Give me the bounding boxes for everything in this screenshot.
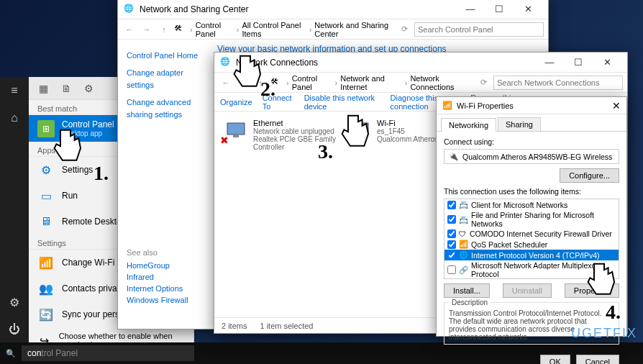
back-button[interactable]: ← [122,25,137,34]
close-button[interactable]: ✕ [514,1,542,18]
items-listbox[interactable]: 📇Client for Microsoft Networks 📇File and… [444,199,619,279]
network-icon: 🌐 [124,4,135,15]
minimize-button[interactable]: — [535,54,564,71]
forward-button[interactable]: → [140,25,154,34]
organize-menu[interactable]: Organize [220,98,252,106]
result-title: Control Panel [62,119,114,129]
tab-networking[interactable]: Networking [441,118,496,132]
up-button[interactable]: ↑ [157,25,171,34]
step-label-4: 4. [606,301,621,324]
dialog-title: Wi-Fi Properties [452,101,514,110]
window-title: Network and Sharing Center [135,4,456,14]
search-input[interactable] [493,76,623,90]
power-icon[interactable]: ⏻ [0,316,29,343]
ok-button[interactable]: OK [540,355,570,364]
tabs: Networking Sharing [437,114,626,132]
start-menu-rail: ≡ ⌂ ⚙ ⏻ [0,77,29,343]
adapter-name: Qualcomm Atheros AR9485WB-EG Wireless Ne… [462,153,614,161]
network-icon: 🌐 [220,57,232,68]
adapter-field: 🔌 Qualcomm Atheros AR9485WB-EG Wireless … [444,149,619,164]
dialog-titlebar[interactable]: 📶 Wi-Fi Properties ✕ [437,97,626,114]
link-windows-firewall[interactable]: Windows Firewall [127,296,188,304]
link-infrared[interactable]: Infrared [127,273,188,281]
svg-rect-0 [227,123,245,135]
tab-sharing[interactable]: Sharing [498,117,541,131]
control-panel-icon: ⊞ [37,120,55,137]
watermark: UGETFIX [571,326,637,341]
control-panel-icon: 🛠 [174,24,186,35]
breadcrumb[interactable]: ›Control Panel ›Network and Internet ›Ne… [285,74,473,91]
gear-icon[interactable]: ⚙ [0,288,29,316]
refresh-button[interactable]: ⟳ [397,24,411,34]
wifi-icon: 📶 [37,254,55,271]
ethernet-icon: ✖ [224,119,247,142]
step-label-1: 1. [94,162,109,185]
svg-rect-2 [351,123,368,135]
link-cp-home[interactable]: Control Panel Home [127,50,211,63]
address-bar: ← → ↑ 🛠 ›Control Panel ›All Control Pane… [118,19,548,40]
refresh-button[interactable]: ⟳ [476,78,491,87]
settings-icon: ⚙ [37,161,55,178]
forward-button[interactable]: → [236,78,250,87]
properties-button[interactable]: Properties [565,283,619,298]
gear-icon[interactable]: ⚙ [84,83,94,94]
item-client-msnet[interactable]: 📇Client for Microsoft Networks [444,199,619,210]
install-button[interactable]: Install... [444,283,490,298]
connection-status: Network cable unplugged [253,127,347,135]
maximize-button[interactable]: ☐ [485,1,514,18]
document-icon[interactable]: 🗎 [61,83,71,94]
titlebar[interactable]: 🌐 Network and Sharing Center — ☐ ✕ [118,0,548,19]
window-title: Network Connections [232,58,535,68]
item-count: 2 items [222,322,247,330]
titlebar[interactable]: 🌐 Network Connections — ☐ ✕ [214,53,627,73]
link-change-adapter[interactable]: Change adapter settings [127,67,211,92]
run-icon: ▭ [37,187,55,204]
link-homegroup[interactable]: HomeGroup [127,261,188,270]
cancel-button[interactable]: Cancel [576,355,619,364]
item-file-printer-sharing[interactable]: 📇File and Printer Sharing for Microsoft … [444,210,619,229]
connect-using-label: Connect using: [444,137,619,146]
see-also-section: See also HomeGroup Infrared Internet Opt… [127,248,188,307]
item-qos[interactable]: 📶QoS Packet Scheduler [444,239,619,250]
see-also-header: See also [127,248,188,257]
grid-icon[interactable]: ▦ [39,83,48,94]
home-icon[interactable]: ⌂ [0,104,29,132]
step-label-2: 2. [260,78,275,101]
link-advanced-sharing[interactable]: Change advanced sharing settings [127,96,211,122]
uninstall-button: Uninstall [503,283,552,298]
back-button[interactable]: ← [219,78,233,87]
item-ipv4[interactable]: 🌐Internet Protocol Version 4 (TCP/IPv4) [444,250,619,260]
item-comodo-firewall[interactable]: 🛡COMODO Internet Security Firewall Drive… [444,229,619,239]
hamburger-icon[interactable]: ≡ [0,77,29,104]
close-button[interactable]: ✕ [612,100,621,112]
minimize-button[interactable]: — [456,1,485,18]
sidebar-links: Control Panel Home Change adapter settin… [127,50,211,126]
contacts-icon: 👥 [37,280,55,297]
wifi-icon: 📶 [442,101,452,110]
adapter-icon: 🔌 [449,152,458,161]
search-icon: 🔍 [6,349,16,358]
breadcrumb[interactable]: ›Control Panel ›All Control Panel Items … [188,21,394,38]
item-multiplexor[interactable]: 🔗Microsoft Network Adapter Multiplexor P… [444,260,619,279]
items-label: This connection uses the following items… [444,187,619,196]
step-label-3: 3. [318,140,333,163]
description-label: Description [449,299,491,306]
wifi-properties-dialog: 📶 Wi-Fi Properties ✕ Networking Sharing … [436,96,627,337]
maximize-button[interactable]: ☐ [564,54,593,71]
address-bar: ← → ↑ 🛠 ›Control Panel ›Network and Inte… [214,73,627,93]
disable-device-button[interactable]: Disable this network device [304,94,380,111]
taskbar-search-input[interactable]: control Panel [22,345,194,361]
selected-count: 1 item selected [260,322,313,330]
configure-button[interactable]: Configure... [560,168,619,183]
remote-desktop-icon: 🖥 [37,213,55,230]
search-input[interactable] [414,22,544,37]
close-button[interactable]: ✕ [593,54,621,71]
sync-icon: 🔄 [37,306,55,323]
link-internet-options[interactable]: Internet Options [127,284,188,293]
wifi-adapter-icon [348,119,371,142]
connection-name: Ethernet [253,119,347,127]
result-subtitle: Desktop app [62,129,114,137]
